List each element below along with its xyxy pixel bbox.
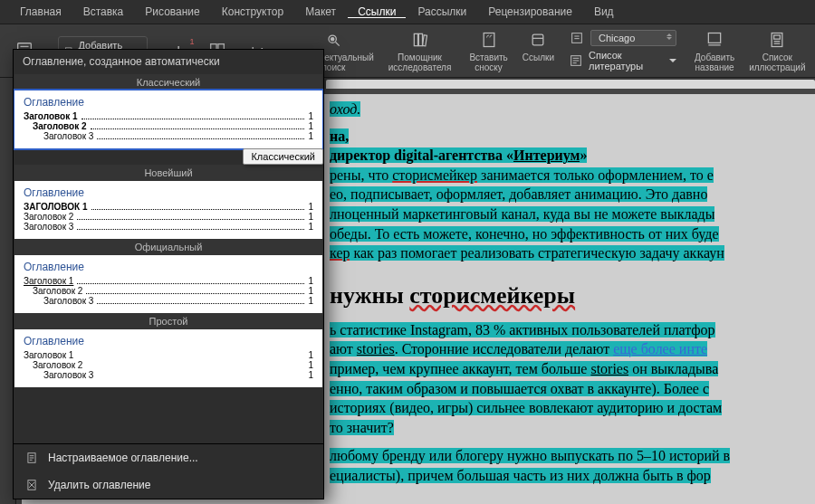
main-tabs: Главная Вставка Рисование Конструктор Ма…	[0, 0, 815, 24]
toc-category: Простой	[14, 313, 322, 329]
link-icon	[526, 28, 550, 52]
remove-toc-button[interactable]: Удалить оглавление	[14, 471, 323, 499]
toc-style-classic[interactable]: Оглавление Заголовок 11 Заголовок 21 Заг…	[14, 90, 322, 148]
text: историях (видео, игры) сильнее вовлекают…	[330, 400, 722, 415]
citation-style-value: Chicago	[599, 33, 635, 43]
text: кер	[330, 245, 350, 261]
add-caption-label: Добавить название	[695, 53, 734, 72]
text: stories	[357, 341, 395, 357]
toc-panel-footer: Настраиваемое оглавление... Удалить огла…	[14, 443, 323, 499]
text: любому бренду или блогеру нужно выпускат…	[330, 448, 730, 463]
svg-rect-18	[572, 33, 582, 43]
tab-references[interactable]: Ссылки	[347, 2, 407, 24]
books-icon	[408, 28, 432, 52]
remove-toc-label: Удалить оглавление	[48, 479, 150, 491]
chevron-down-icon[interactable]	[669, 59, 676, 62]
toc-category: Классический	[14, 74, 322, 90]
toc-style-modern[interactable]: Оглавление ЗАГОЛОВОК 11 Заголовок 21 Заг…	[14, 181, 322, 239]
text: . Сторонние исследователи делают	[395, 341, 614, 357]
text: stories	[590, 361, 628, 376]
delete-icon	[24, 478, 39, 492]
list-of-figures-label: Список иллюстраций	[749, 53, 805, 72]
svg-rect-16	[533, 34, 544, 45]
text: он выкладыва	[628, 361, 718, 376]
text: сторисмейкер	[392, 167, 477, 183]
figures-list-icon	[765, 28, 789, 52]
insert-footnote-button[interactable]: Вставить сноску	[462, 28, 514, 73]
svg-rect-28	[774, 35, 781, 39]
links-label: Ссылки	[523, 53, 554, 63]
toc-style-formal[interactable]: Оглавление Заголовок 11 Заголовок 21 Заг…	[14, 255, 322, 313]
doc-link[interactable]: еще более инте	[613, 341, 707, 357]
heading-2: нужны сторисмейкеры	[330, 280, 815, 311]
svg-line-10	[336, 43, 340, 46]
brand-link[interactable]: Интериум	[513, 147, 580, 163]
text: рены, что	[330, 167, 392, 183]
svg-rect-14	[422, 35, 427, 46]
text: на,	[330, 128, 349, 144]
toc-tooltip: Классический	[243, 148, 323, 165]
text: ециалисты), причем большая часть из них …	[330, 468, 711, 483]
add-caption-button[interactable]: Добавить название	[687, 28, 742, 73]
tab-layout[interactable]: Макет	[294, 2, 347, 24]
custom-toc-label: Настраиваемое оглавление...	[48, 452, 198, 464]
text: ео, подписывает, оформляет, добавляет ан…	[330, 186, 707, 202]
tab-design[interactable]: Конструктор	[211, 2, 294, 24]
text: оход.	[330, 101, 360, 117]
researcher-button[interactable]: Помощник исследователя	[381, 28, 459, 73]
tab-draw[interactable]: Рисование	[134, 2, 210, 24]
links-button[interactable]: Ссылки	[515, 28, 561, 73]
researcher-label: Помощник исследователя	[388, 53, 452, 72]
tab-mailings[interactable]: Рассылки	[407, 2, 477, 24]
toc-panel-title: Оглавление, созданное автоматически	[14, 50, 323, 73]
svg-rect-13	[418, 33, 422, 45]
text: ают	[330, 341, 357, 357]
tab-insert[interactable]: Вставка	[72, 2, 135, 24]
text: занимается только оформлением, то е	[477, 167, 714, 183]
text: ь статистике Instagram, 83 % активных по…	[330, 322, 715, 338]
svg-rect-12	[414, 33, 417, 45]
quote-icon	[477, 28, 501, 52]
insert-footnote-label: Вставить сноску	[469, 53, 507, 72]
citation-style-icon	[569, 30, 585, 46]
toc-category: Новейший	[14, 165, 322, 181]
text: енно, таким образом и повышается охват в…	[330, 381, 709, 396]
text: »	[580, 147, 587, 163]
toc-style-simple[interactable]: Оглавление Заголовок 11 Заголовок 21 Заг…	[14, 329, 322, 387]
text: обеды. То есть можете, конечно, но эффек…	[330, 226, 719, 242]
text: как раз помогает реализовать стратегичес…	[350, 245, 724, 261]
text: пример, чем крупнее аккаунт, тем больше	[330, 361, 590, 376]
text: то значит?	[330, 420, 394, 435]
text: лноценный маркетинговый канал, куда вы н…	[330, 206, 714, 222]
custom-toc-button[interactable]: Настраиваемое оглавление...	[14, 444, 323, 471]
tab-review[interactable]: Рецензирование	[477, 2, 583, 24]
text: директор digital-агентства «	[330, 147, 513, 163]
list-of-figures-button[interactable]: Список иллюстраций	[742, 28, 812, 73]
bibliography-label[interactable]: Список литературы	[589, 50, 662, 71]
lightbulb-icon	[321, 28, 345, 52]
svg-rect-25	[708, 33, 720, 43]
tab-view[interactable]: Вид	[583, 2, 625, 24]
bibliography-group: Chicago Список литературы	[561, 28, 684, 73]
citation-style-select[interactable]: Chicago	[590, 30, 676, 46]
bibliography-icon	[569, 52, 583, 69]
toc-gallery-panel: Оглавление, созданное автоматически Клас…	[13, 49, 324, 499]
toc-caption: Оглавление	[24, 96, 313, 109]
toc-category: Официальный	[14, 239, 322, 255]
tab-home[interactable]: Главная	[9, 2, 72, 24]
svg-point-11	[331, 38, 334, 41]
caption-icon	[703, 28, 726, 52]
document-icon	[24, 451, 39, 465]
